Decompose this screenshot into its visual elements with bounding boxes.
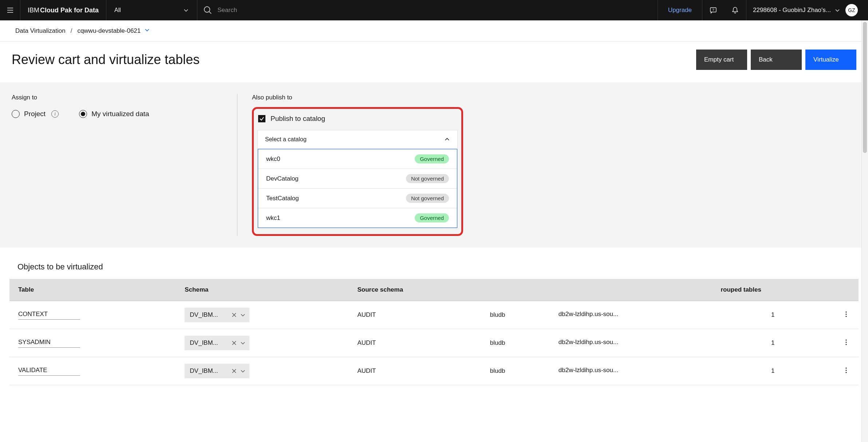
col-source-host — [550, 279, 712, 301]
cell-source-db: bludb — [481, 301, 550, 329]
assign-left: Assign to Project i My virtualized data — [12, 94, 237, 236]
cell-source-schema: AUDIT — [348, 329, 481, 357]
cell-grouped: 1 — [712, 301, 834, 329]
radio-unchecked-icon — [12, 110, 20, 118]
table-name-input[interactable]: VALIDATE — [18, 367, 80, 376]
overflow-menu-icon[interactable] — [843, 311, 850, 318]
svg-point-7 — [845, 342, 847, 343]
upgrade-link[interactable]: Upgrade — [658, 0, 702, 20]
col-source-db — [481, 279, 550, 301]
cell-grouped: 1 — [712, 329, 834, 357]
scrollbar[interactable] — [861, 20, 868, 385]
account-label: 2298608 - GuobinJ Zhao's... — [753, 7, 831, 14]
radio-project-label: Project — [24, 110, 46, 118]
overflow-menu-icon[interactable] — [843, 367, 850, 374]
account-dropdown[interactable]: 2298608 - GuobinJ Zhao's... GZ — [746, 0, 868, 20]
cell-table: CONTEXT — [9, 301, 176, 329]
svg-point-6 — [845, 339, 847, 340]
table-name-input[interactable]: SYSADMIN — [18, 339, 80, 348]
catalog-select-head[interactable]: Select a catalog — [258, 130, 457, 149]
chevron-up-icon — [444, 137, 450, 142]
chevron-down-icon[interactable] — [240, 340, 246, 346]
brand: IBM Cloud Pak for Data — [20, 0, 106, 20]
overflow-menu-icon[interactable] — [843, 339, 850, 346]
chevron-down-icon[interactable] — [240, 312, 246, 318]
info-icon[interactable]: i — [51, 110, 59, 118]
assign-section: Assign to Project i My virtualized data … — [0, 82, 868, 248]
radio-project[interactable]: Project i — [12, 110, 59, 118]
topbar: IBM Cloud Pak for Data All Upgrade ? 229… — [0, 0, 868, 20]
schema-selector[interactable]: DV_IBM... — [185, 364, 249, 378]
catalog-option[interactable]: wkc1 Governed — [258, 208, 457, 228]
catalog-option[interactable]: DevCatalog Not governed — [258, 169, 457, 189]
catalog-select-placeholder: Select a catalog — [265, 136, 307, 143]
not-governed-badge: Not governed — [406, 194, 449, 203]
checkmark-icon — [259, 116, 265, 122]
search-wrapper[interactable] — [197, 0, 658, 20]
publish-checkbox[interactable] — [258, 115, 265, 122]
cell-source-schema: AUDIT — [348, 357, 481, 385]
breadcrumb-item-2[interactable]: cqwwu-devstable-0621 — [77, 27, 141, 35]
schema-selector[interactable]: DV_IBM... — [185, 308, 249, 322]
assign-to-label: Assign to — [12, 94, 226, 101]
breadcrumb-item-1[interactable]: Data Virtualization — [15, 27, 66, 35]
table-row: CONTEXT DV_IBM... AUDIT bludb db2w-lzldi… — [9, 301, 859, 329]
scrollbar-thumb[interactable] — [863, 22, 867, 153]
col-schema: Schema — [176, 279, 348, 301]
svg-point-0 — [204, 7, 210, 12]
cell-source-host: db2w-lzldihp.us-sou... — [550, 301, 712, 329]
avatar[interactable]: GZ — [845, 4, 858, 16]
search-input[interactable] — [217, 7, 652, 14]
cell-table: SYSADMIN — [9, 329, 176, 357]
governed-badge: Governed — [415, 213, 449, 222]
search-icon — [203, 5, 212, 15]
close-icon[interactable] — [231, 312, 237, 318]
catalog-option[interactable]: wkc0 Governed — [258, 149, 457, 169]
svg-point-11 — [845, 372, 847, 373]
catalog-option[interactable]: TestCatalog Not governed — [258, 189, 457, 208]
cell-source-host: db2w-lzldihp.us-sou... — [550, 329, 712, 357]
bell-icon — [731, 7, 739, 14]
cell-schema: DV_IBM... — [176, 329, 348, 357]
not-governed-badge: Not governed — [406, 174, 449, 183]
hamburger-icon — [7, 7, 14, 14]
cell-source-db: bludb — [481, 357, 550, 385]
scope-label: All — [114, 7, 121, 13]
chevron-down-icon — [144, 27, 150, 33]
virtualize-button[interactable]: Virtualize — [805, 50, 856, 70]
catalog-option-list: wkc0 Governed DevCatalog Not governed Te… — [258, 149, 457, 228]
breadcrumb-dropdown[interactable] — [144, 27, 150, 35]
table-row: SYSADMIN DV_IBM... AUDIT bludb db2w-lzld… — [9, 329, 859, 357]
svg-point-8 — [845, 344, 847, 345]
col-actions — [834, 279, 859, 301]
publish-right: Also publish to Publish to catalog Selec… — [237, 94, 856, 236]
brand-prefix: IBM — [28, 7, 39, 14]
help-button[interactable]: ? — [702, 0, 724, 20]
chevron-down-icon — [183, 7, 189, 13]
close-icon[interactable] — [231, 368, 237, 374]
assign-radio-group: Project i My virtualized data — [12, 110, 226, 118]
radio-my-virtualized[interactable]: My virtualized data — [79, 110, 149, 118]
cell-grouped: 1 — [712, 357, 834, 385]
back-button[interactable]: Back — [751, 50, 802, 70]
schema-selector[interactable]: DV_IBM... — [185, 336, 249, 350]
breadcrumb: Data Virtualization / cqwwu-devstable-06… — [0, 20, 868, 42]
col-table: Table — [9, 279, 176, 301]
cell-source-db: bludb — [481, 329, 550, 357]
chevron-down-icon[interactable] — [240, 368, 246, 374]
breadcrumb-sep: / — [71, 27, 72, 35]
empty-cart-button[interactable]: Empty cart — [696, 50, 747, 70]
objects-table: Table Schema Source schema rouped tables… — [9, 279, 859, 385]
table-name-input[interactable]: CONTEXT — [18, 311, 80, 320]
notifications-button[interactable] — [724, 0, 746, 20]
publish-checkbox-label: Publish to catalog — [271, 115, 325, 123]
hamburger-menu[interactable] — [0, 0, 20, 20]
close-icon[interactable] — [231, 340, 237, 346]
schema-value: DV_IBM... — [190, 367, 218, 375]
page-actions: Empty cart Back Virtualize — [696, 50, 856, 70]
catalog-option-name: DevCatalog — [266, 175, 299, 182]
publish-checkbox-row[interactable]: Publish to catalog — [258, 115, 458, 123]
cell-actions — [834, 329, 859, 357]
table-row: VALIDATE DV_IBM... AUDIT bludb db2w-lzld… — [9, 357, 859, 385]
scope-dropdown[interactable]: All — [106, 0, 197, 20]
